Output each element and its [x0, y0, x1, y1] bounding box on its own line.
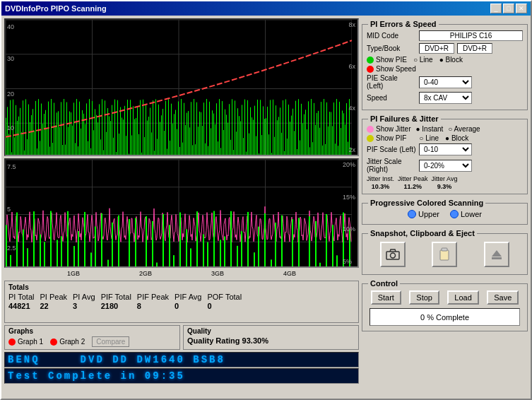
graph-2-dot — [50, 339, 57, 346]
bottom-left-label-25: 2.5 — [7, 245, 16, 252]
graph-2-label: Graph 2 — [59, 338, 85, 346]
camera-icon — [386, 249, 400, 260]
pof-total-value: 0 — [207, 302, 242, 310]
jitter-average-radio: ○ Average — [448, 125, 480, 133]
progressive-group: Progressive Colored Scanning Upper Lower — [362, 203, 528, 225]
top-right-label-8x: 8x — [348, 21, 355, 28]
pif-scale-select[interactable]: 0-10 — [419, 143, 472, 155]
control-buttons: Start Stop Load Save — [367, 288, 523, 307]
clipboard-button[interactable] — [432, 242, 457, 267]
totals-col-pof-total: POF Total 0 — [207, 293, 242, 310]
top-left-label-40: 40 — [7, 23, 14, 30]
load-button[interactable]: Load — [447, 290, 478, 305]
maximize-button[interactable]: □ — [503, 4, 514, 13]
stop-button[interactable]: Stop — [409, 290, 439, 305]
pif-total-label: PIF Total — [101, 293, 131, 301]
camera-button[interactable] — [380, 242, 406, 267]
pif-scale-row: PIF Scale (Left) 0-10 — [367, 143, 523, 155]
show-pif-row: Show PIF ○ Line ● Block — [367, 134, 523, 142]
x-label-4gb: 4GB — [283, 270, 296, 278]
totals-col-pif-peak: PIF Peak 8 — [137, 293, 169, 310]
pif-peak-value: 8 — [137, 302, 169, 310]
quality-panel: Quality Quality Rating 93.30% — [183, 325, 359, 350]
close-button[interactable]: ✕ — [516, 4, 527, 13]
totals-col-pi-total: PI Total 44821 — [8, 293, 35, 310]
bottom-chart: 20% 15% 10% 5% 7.5 5 2.5 — [4, 158, 359, 268]
pif-peak-label: PIF Peak — [137, 293, 169, 301]
svg-rect-3 — [442, 248, 447, 251]
top-chart: 8x 6x 4x 2x 40 30 20 10 — [4, 18, 359, 156]
window-title: DVDInfoPro PIPO Scanning — [5, 4, 107, 13]
show-speed-label: Show Speed — [376, 65, 416, 73]
totals-panel: Totals PI Total 44821 PI Peak 22 PI Avg … — [4, 281, 359, 323]
bottom-right-label-20: 20% — [343, 161, 355, 168]
pif-scale-label: PIF Scale (Left) — [367, 146, 416, 153]
mid-code-label: MID Code — [367, 32, 416, 40]
jitter-avg-label: Jitter Avg — [432, 175, 458, 182]
pi-failures-group: PI Failures & Jitter Show Jitter ● Insta… — [362, 119, 528, 194]
jitter-peak-value: 11.2% — [404, 183, 422, 190]
pie-block-radio-label: ● Block — [439, 56, 463, 64]
pi-avg-value: 3 — [73, 302, 95, 310]
clipboard-icon — [437, 247, 451, 261]
led-text-2: Test Complete in 09:35 — [8, 370, 185, 382]
svg-point-1 — [390, 253, 395, 258]
title-bar: DVDInfoPro PIPO Scanning _ □ ✕ — [1, 1, 531, 16]
progress-text: 0 % Complete — [420, 313, 469, 322]
pie-scale-select[interactable]: 0-40 — [419, 76, 472, 88]
start-button[interactable]: Start — [371, 290, 401, 305]
bottom-left-label-75: 7.5 — [7, 163, 16, 170]
jitter-inst-col: Jitter Inst. 10.3% — [367, 175, 394, 190]
graph-2-item[interactable]: Graph 2 — [50, 338, 85, 346]
lower-dot — [450, 210, 459, 218]
type-book-label: Type/Book — [367, 45, 416, 52]
top-right-label-6x: 6x — [348, 63, 355, 70]
quality-rating: Quality Rating 93.30% — [187, 336, 355, 345]
progress-bar-container: 0 % Complete — [370, 308, 520, 326]
show-pie-row: Show PIE ○ Line ● Block — [367, 56, 523, 64]
led-text-1: BENQ DVD DD DW1640 BSB8 — [8, 354, 225, 365]
show-jitter-row: Show Jitter ● Instant ○ Average — [367, 125, 523, 133]
bottom-right-label-15: 15% — [343, 194, 355, 201]
bottom-right-label-10: 10% — [343, 225, 355, 233]
top-left-label-30: 30 — [7, 55, 14, 62]
x-label-1gb: 1GB — [67, 270, 80, 278]
save-button[interactable]: Save — [487, 290, 519, 305]
pi-total-label: PI Total — [8, 293, 35, 301]
pie-scale-row: PIE Scale (Left) 0-40 — [367, 74, 523, 90]
top-left-label-20: 20 — [7, 90, 14, 98]
graphs-panel-title: Graphs — [8, 327, 176, 335]
show-pie-label: Show PIE — [376, 56, 407, 64]
control-group: Control Start Stop Load Save 0 % Complet… — [362, 283, 528, 331]
eject-icon — [491, 249, 502, 259]
show-speed-row: Show Speed — [367, 65, 523, 73]
minimize-button[interactable]: _ — [490, 4, 502, 13]
pif-avg-value: 0 — [175, 302, 201, 310]
show-jitter-label: Show Jitter — [376, 125, 410, 133]
jitter-peak-label: Jitter Peak — [398, 175, 428, 182]
compare-button[interactable]: Compare — [92, 336, 129, 347]
type-book-val2: DVD+R — [457, 43, 492, 54]
totals-col-pif-avg: PIF Avg 0 — [175, 293, 201, 310]
bottom-right-label-5: 5% — [343, 258, 355, 265]
type-book-row: Type/Book DVD+R DVD+R — [367, 43, 523, 54]
pif-dot — [367, 135, 374, 142]
lower-option: Lower — [450, 210, 482, 218]
jitter-instant-radio: ● Instant — [415, 125, 443, 133]
pi-peak-value: 22 — [40, 302, 68, 310]
main-window: DVDInfoPro PIPO Scanning _ □ ✕ 8x 6x 4x … — [0, 0, 532, 400]
speed-label: Speed — [367, 94, 416, 102]
eject-button[interactable] — [484, 242, 509, 267]
x-label-3gb: 3GB — [211, 270, 224, 278]
speed-select[interactable]: 8x CAV — [419, 92, 472, 104]
jitter-scale-select[interactable]: 0-20% — [419, 160, 472, 172]
bottom-chart-right-axis: 20% 15% 10% 5% — [343, 160, 355, 266]
top-chart-right-axis: 8x 6x 4x 2x — [348, 20, 355, 155]
pi-failures-title: PI Failures & Jitter — [368, 114, 441, 123]
quality-panel-title: Quality — [187, 327, 355, 335]
graphs-quality-row: Graphs Graph 1 Graph 2 Compare — [4, 325, 359, 350]
mid-code-row: MID Code PHILIPS C16 — [367, 30, 523, 41]
upper-label: Upper — [418, 210, 439, 218]
graph-1-item[interactable]: Graph 1 — [8, 338, 43, 346]
main-content: 8x 6x 4x 2x 40 30 20 10 20% 15% 10% 5% — [1, 16, 531, 400]
